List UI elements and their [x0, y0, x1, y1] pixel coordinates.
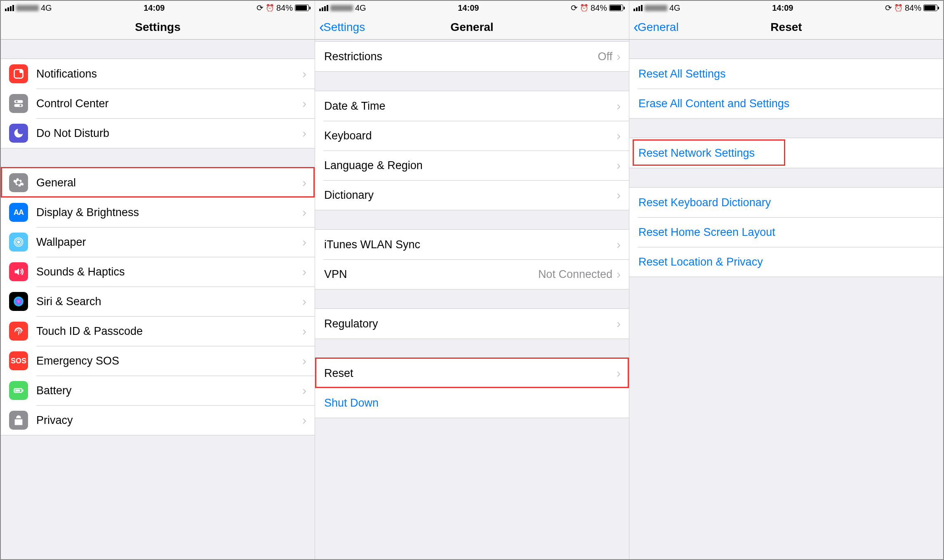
row-sounds-haptics[interactable]: Sounds & Haptics› — [1, 257, 315, 287]
screen-settings: 4G 14:09 ⟳ ⏰ 84% Settings Notifications›… — [1, 1, 315, 559]
chevron-right-icon: › — [617, 238, 621, 252]
row-do-not-disturb-icon — [9, 124, 28, 143]
row-label: Reset Network Settings — [638, 147, 935, 160]
row-reset-network[interactable]: Reset Network Settings — [629, 138, 943, 168]
row-wallpaper[interactable]: Wallpaper› — [1, 227, 315, 257]
row-reset-all-settings[interactable]: Reset All Settings — [629, 59, 943, 89]
nav-bar: Settings — [1, 15, 315, 40]
row-label: Regulatory — [324, 318, 617, 330]
reset-list[interactable]: Reset All SettingsErase All Content and … — [629, 40, 943, 559]
chevron-right-icon: › — [302, 294, 306, 308]
chevron-right-icon: › — [617, 366, 621, 380]
chevron-right-icon: › — [302, 96, 306, 111]
row-label: Reset — [324, 367, 617, 380]
triptych: 4G 14:09 ⟳ ⏰ 84% Settings Notifications›… — [0, 0, 944, 560]
row-label: Keyboard — [324, 129, 617, 142]
row-label: Date & Time — [324, 100, 617, 113]
nav-title: Settings — [135, 21, 180, 34]
chevron-right-icon: › — [302, 126, 306, 140]
row-privacy[interactable]: Privacy› — [1, 405, 315, 435]
row-label: Reset Keyboard Dictionary — [638, 196, 935, 209]
row-restrictions[interactable]: RestrictionsOff› — [315, 42, 629, 71]
chevron-right-icon: › — [302, 413, 306, 427]
row-vpn[interactable]: VPNNot Connected› — [315, 259, 629, 289]
screen-reset: 4G 14:09 ⟳ ⏰ 84% ‹ General Reset Reset A… — [629, 1, 943, 559]
general-list[interactable]: RestrictionsOff› Date & Time›Keyboard›La… — [315, 40, 629, 559]
row-touch-id[interactable]: Touch ID & Passcode› — [1, 316, 315, 346]
back-label: Settings — [323, 21, 365, 34]
row-label: Display & Brightness — [36, 206, 302, 219]
row-siri-search-icon — [9, 292, 28, 311]
row-label: Emergency SOS — [36, 355, 302, 367]
back-button[interactable]: ‹ Settings — [319, 19, 365, 36]
status-bar: 4G 14:09 ⟳ ⏰ 84% — [629, 1, 943, 15]
battery-percent: 84% — [276, 3, 293, 13]
row-reset-home-layout[interactable]: Reset Home Screen Layout — [629, 217, 943, 247]
row-battery-icon — [9, 381, 28, 400]
row-label: Control Center — [36, 97, 302, 110]
row-label: Reset All Settings — [638, 68, 935, 80]
chevron-right-icon: › — [302, 176, 306, 190]
row-label: Notifications — [36, 68, 302, 80]
chevron-right-icon: › — [617, 49, 621, 64]
row-shutdown[interactable]: Shut Down — [315, 388, 629, 418]
row-reset-location-privacy[interactable]: Reset Location & Privacy — [629, 247, 943, 277]
row-reset-keyboard-dict[interactable]: Reset Keyboard Dictionary — [629, 188, 943, 217]
row-battery[interactable]: Battery› — [1, 376, 315, 405]
row-label: Shut Down — [324, 397, 621, 409]
row-touch-id-icon — [9, 322, 28, 341]
battery-icon — [923, 5, 939, 11]
row-reset[interactable]: Reset› — [315, 358, 629, 388]
battery-percent: 84% — [591, 3, 607, 13]
carrier-blurred — [330, 5, 353, 11]
chevron-right-icon: › — [302, 205, 306, 219]
chevron-right-icon: › — [302, 354, 306, 368]
row-label: Siri & Search — [36, 295, 302, 308]
row-display-brightness[interactable]: AADisplay & Brightness› — [1, 198, 315, 227]
back-label: General — [638, 21, 679, 34]
row-general-icon — [9, 173, 28, 192]
nav-bar: ‹ Settings General — [315, 15, 629, 40]
svg-rect-4 — [14, 104, 23, 107]
alarm-icon: ⏰ — [894, 4, 903, 12]
row-do-not-disturb[interactable]: Do Not Disturb› — [1, 118, 315, 148]
row-value: Off — [598, 50, 612, 63]
row-emergency-sos[interactable]: SOSEmergency SOS› — [1, 346, 315, 376]
row-notifications[interactable]: Notifications› — [1, 59, 315, 89]
row-erase-all[interactable]: Erase All Content and Settings — [629, 89, 943, 118]
row-keyboard[interactable]: Keyboard› — [315, 121, 629, 151]
settings-list[interactable]: Notifications›Control Center›Do Not Dist… — [1, 40, 315, 559]
network-type: 4G — [669, 3, 680, 13]
row-regulatory[interactable]: Regulatory› — [315, 309, 629, 339]
row-label: Dictionary — [324, 189, 617, 202]
row-date-time[interactable]: Date & Time› — [315, 91, 629, 121]
row-label: Sounds & Haptics — [36, 266, 302, 278]
row-label: Reset Location & Privacy — [638, 256, 935, 268]
row-label: Privacy — [36, 414, 302, 427]
row-itunes-wlan-sync[interactable]: iTunes WLAN Sync› — [315, 230, 629, 259]
network-type: 4G — [355, 3, 366, 13]
row-language-region[interactable]: Language & Region› — [315, 151, 629, 180]
row-general[interactable]: General› — [1, 168, 315, 198]
svg-rect-2 — [14, 100, 23, 103]
svg-rect-11 — [15, 390, 20, 392]
svg-point-5 — [19, 104, 21, 106]
row-label: General — [36, 176, 302, 189]
chevron-right-icon: › — [302, 324, 306, 338]
status-time: 14:09 — [772, 3, 793, 13]
row-control-center[interactable]: Control Center› — [1, 89, 315, 118]
chevron-right-icon: › — [617, 317, 621, 331]
battery-icon — [295, 5, 311, 11]
back-button[interactable]: ‹ General — [633, 19, 679, 36]
orientation-lock-icon: ⟳ — [257, 3, 264, 13]
alarm-icon: ⏰ — [580, 4, 589, 12]
chevron-right-icon: › — [302, 67, 306, 81]
status-time: 14:09 — [144, 3, 165, 13]
row-sounds-haptics-icon — [9, 262, 28, 281]
svg-rect-12 — [22, 390, 23, 392]
signal-icon — [5, 5, 14, 11]
row-siri-search[interactable]: Siri & Search› — [1, 287, 315, 316]
row-label: Language & Region — [324, 159, 617, 172]
row-dictionary[interactable]: Dictionary› — [315, 180, 629, 210]
chevron-right-icon: › — [302, 235, 306, 249]
